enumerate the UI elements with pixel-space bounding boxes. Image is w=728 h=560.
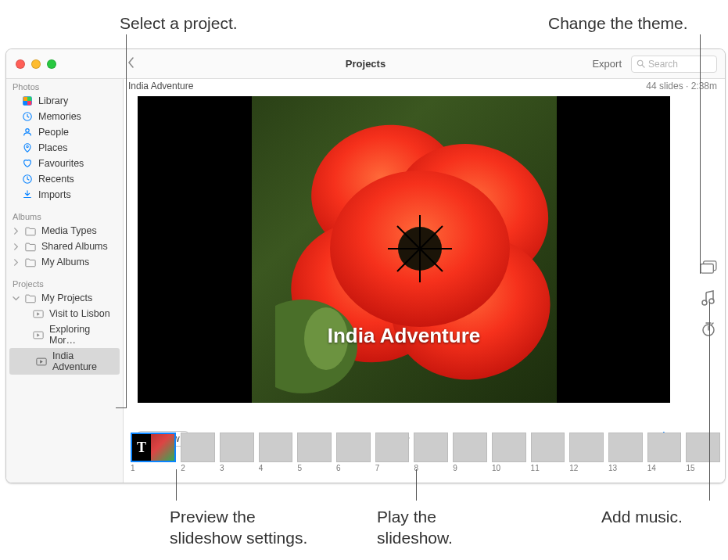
window-controls xyxy=(6,59,56,69)
timer-icon xyxy=(701,321,716,337)
titlebar: Projects Export Search xyxy=(6,49,725,79)
sidebar-project-item-selected[interactable]: India Adventure xyxy=(9,348,120,375)
sidebar-item-shared-albums[interactable]: Shared Albums xyxy=(6,239,123,254)
sidebar-item-recents[interactable]: Recents xyxy=(6,171,123,187)
search-input[interactable]: Search xyxy=(631,56,717,73)
main-content: India Adventure 44 slides · 2:38m xyxy=(124,79,725,483)
theme-button[interactable] xyxy=(700,260,717,278)
callout-select-project: Select a project. xyxy=(120,13,238,34)
thumbnail[interactable]: 4 xyxy=(259,433,293,472)
svg-point-8 xyxy=(26,129,29,132)
thumbnail[interactable]: 8 xyxy=(414,433,448,472)
slideshow-preview[interactable]: India Adventure xyxy=(138,96,670,403)
sidebar-item-label: Favourites xyxy=(38,158,84,169)
sidebar-item-label: Exploring Mor… xyxy=(49,324,117,346)
thumbnail-number: 3 xyxy=(220,462,254,472)
thumbnail[interactable]: 10 xyxy=(492,433,526,472)
chevron-right-icon xyxy=(13,243,20,250)
clock-icon xyxy=(22,174,33,185)
thumbnail-number: 9 xyxy=(453,462,487,472)
folder-icon xyxy=(25,257,36,267)
duration-button[interactable] xyxy=(701,321,716,340)
add-photos-button[interactable] xyxy=(700,483,717,483)
sidebar-item-people[interactable]: People xyxy=(6,124,123,140)
thumbnail-number: 12 xyxy=(569,462,604,472)
heart-icon xyxy=(22,158,33,169)
slideshow-icon xyxy=(33,310,44,318)
thumbnail[interactable]: 9 xyxy=(453,433,487,472)
slide-image: India Adventure xyxy=(252,96,557,403)
svg-rect-4 xyxy=(27,97,31,101)
back-button[interactable] xyxy=(127,56,134,72)
chevron-right-icon xyxy=(13,259,20,266)
sidebar-project-item[interactable]: Exploring Mor… xyxy=(6,321,123,348)
sidebar-item-label: India Adventure xyxy=(52,350,113,372)
sidebar-section-albums: Albums xyxy=(6,209,123,223)
sidebar-item-favourites[interactable]: Favourites xyxy=(6,156,123,171)
thumbnail-strip[interactable]: T 1 2 3 4 5 6 7 8 9 10 11 12 13 14 15 xyxy=(128,433,720,478)
music-icon xyxy=(701,290,715,306)
svg-point-33 xyxy=(709,299,714,303)
slideshow-icon xyxy=(33,331,44,339)
thumbnail[interactable]: 15 xyxy=(686,433,720,472)
thumbnail-title-slide[interactable]: T 1 xyxy=(131,433,176,472)
thumbnail[interactable]: 5 xyxy=(297,433,332,472)
thumbnail[interactable]: 6 xyxy=(336,433,371,472)
thumbnail-number: 5 xyxy=(297,462,332,472)
thumbnail[interactable]: 2 xyxy=(181,433,215,472)
sidebar-item-label: Imports xyxy=(38,189,71,200)
sidebar-item-label: Recents xyxy=(38,174,74,185)
svg-rect-5 xyxy=(23,101,27,105)
thumbnail-number: 7 xyxy=(375,462,410,472)
thumbnail[interactable]: 7 xyxy=(375,433,410,472)
sidebar-item-label: Library xyxy=(38,95,68,106)
sidebar-item-memories[interactable]: Memories xyxy=(6,109,123,124)
project-name: India Adventure xyxy=(128,81,193,92)
thumbnail[interactable]: 14 xyxy=(647,433,682,472)
music-button[interactable] xyxy=(701,290,715,309)
slideshow-icon xyxy=(36,357,47,366)
library-icon xyxy=(22,95,33,106)
theme-icon xyxy=(700,260,717,275)
thumbnail[interactable]: 3 xyxy=(220,433,254,472)
sidebar-item-media-types[interactable]: Media Types xyxy=(6,223,123,239)
callout-preview: Preview the slideshow settings. xyxy=(170,506,307,549)
flower-graphic xyxy=(275,112,557,393)
search-placeholder: Search xyxy=(648,59,678,70)
sidebar-item-my-projects[interactable]: My Projects xyxy=(6,290,123,306)
minimize-window[interactable] xyxy=(31,59,41,69)
sidebar-item-label: Media Types xyxy=(41,225,97,236)
callout-add-music: Add music. xyxy=(601,506,683,527)
thumbnail-number: 6 xyxy=(336,462,371,472)
plus-circle-icon xyxy=(700,483,717,483)
sidebar: Photos Library Memories People Places Fa… xyxy=(6,79,124,483)
thumbnail-number: 11 xyxy=(531,462,565,472)
thumbnail[interactable]: 13 xyxy=(608,433,643,472)
folder-icon xyxy=(25,242,36,252)
sidebar-item-my-albums[interactable]: My Albums xyxy=(6,254,123,270)
svg-point-9 xyxy=(27,145,28,147)
chevron-right-icon xyxy=(13,228,20,235)
sidebar-item-places[interactable]: Places xyxy=(6,140,123,156)
download-icon xyxy=(22,189,33,200)
svg-rect-6 xyxy=(27,101,31,105)
sidebar-item-label: Places xyxy=(38,142,68,153)
sidebar-item-imports[interactable]: Imports xyxy=(6,187,123,203)
sidebar-item-library[interactable]: Library xyxy=(6,93,123,109)
thumbnail[interactable]: 11 xyxy=(531,433,565,472)
close-window[interactable] xyxy=(16,59,25,69)
thumbnail-number: 14 xyxy=(647,462,682,472)
thumbnail[interactable]: 12 xyxy=(569,433,604,472)
project-meta: 44 slides · 2:38m xyxy=(646,81,717,92)
export-button[interactable]: Export xyxy=(592,58,622,70)
thumbnail-number: 8 xyxy=(414,462,448,472)
thumbnail-number: 13 xyxy=(608,462,643,472)
sidebar-section-photos: Photos xyxy=(6,79,123,93)
callout-play: Play the slideshow. xyxy=(377,506,453,549)
zoom-window[interactable] xyxy=(47,59,56,69)
folder-icon xyxy=(25,226,36,236)
thumbnail-number: 1 xyxy=(131,462,176,472)
sidebar-project-item[interactable]: Visit to Lisbon xyxy=(6,306,123,321)
memories-icon xyxy=(22,111,33,122)
places-icon xyxy=(22,142,33,153)
